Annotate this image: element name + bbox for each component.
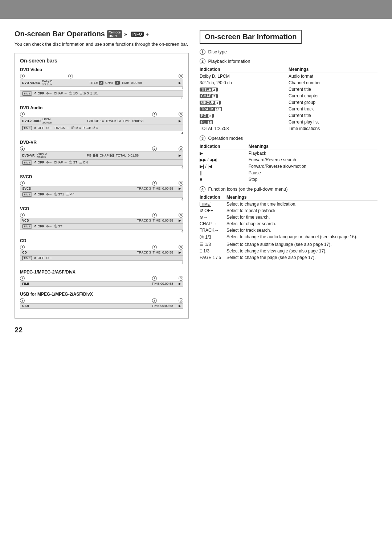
indication-channel: 3/2.1ch, 2/0.0 ch: [200, 80, 289, 86]
playback-col-meanings: Meanings: [289, 66, 377, 73]
dvd-vr-label: DVD-VR: [20, 140, 183, 145]
right-column: On-screen Bar Information 1 Disc type 2 …: [200, 30, 377, 334]
table-row: GROUP 1 Current group: [200, 99, 377, 106]
dvd-audio-top-bar: DVD-AUDIO LPCM2/0.0ch GROUP 14 TRACK 23 …: [20, 117, 183, 125]
func-tracksearch-icon: TRACK→: [200, 227, 226, 234]
table-row: ▶| / |◀ Forward/Reverse slow-motion: [200, 163, 377, 170]
table-row: TRACK→ Select for track search.: [200, 227, 377, 234]
cd-bottom-bar: TIME ↺ OFF ⊙→: [20, 255, 183, 261]
func-timesearch-icon: ⊙→: [200, 214, 226, 220]
indication-group: GROUP 1: [200, 99, 289, 106]
dvd-video-bottom-bar: TIME ↺ OFF ⊙→ CHAP → ⓒ 1/3 ☰ 1/ 3 ⌶ 1/1: [20, 90, 183, 97]
function-icons-text: Function icons (on the pull-down menu): [208, 187, 287, 192]
ops-col-meanings: Meanings: [249, 143, 377, 150]
function-icons-header: 4 Function icons (on the pull-down menu): [200, 186, 377, 192]
dvd-video-top-bar: DVD-VIDEO Dolby D3/2.1ch TITLE 2 CHAP 3 …: [20, 79, 183, 87]
playback-info-table: Indication Meanings Dolby D, LPCM Audio …: [200, 66, 377, 132]
intro-text: You can check the disc information and u…: [15, 41, 189, 48]
indication-pg: PG 2: [200, 112, 289, 119]
dvd-vr-top-bar: DVD-VR Dolby D2/0.0ch PG 2 CHAP 3 TOTAL …: [20, 151, 183, 159]
operation-modes-table: Indication Meanings ▶ Playback ▶▶ / ◀◀ F…: [200, 143, 377, 183]
remote-icon: RemoteONLY: [107, 30, 122, 38]
table-row: TRACK 14 Current track: [200, 106, 377, 112]
func-angle-meaning: Select to change the view angle (see als…: [226, 248, 377, 254]
cd-section: CD 1 2 3 CD TRACK 3 TIME 0:00:58 ▶ TIME …: [20, 238, 183, 264]
table-row: PG 2 Current title: [200, 112, 377, 119]
circle-1: 1: [200, 49, 205, 55]
function-icons-section: 4 Function icons (on the pull-down menu)…: [200, 186, 377, 261]
num3: 3: [179, 74, 183, 78]
dvd-vr-num4: 4: [20, 166, 183, 169]
operation-modes-section: 3 Operation modes Indication Meanings ▶ …: [200, 135, 377, 183]
cd-top-bar: CD TRACK 3 TIME 0:00:58 ▶: [20, 250, 183, 255]
right-title: On-screen Bar Information: [200, 30, 302, 44]
ops-stop-meaning: Stop: [249, 176, 377, 183]
mpeg-section: MPEG-1/MPEG-2/ASF/DivX 1 2 3 FILE TIME 0…: [20, 270, 183, 287]
meaning-pl: Current play list: [289, 119, 377, 125]
indication-dolby: Dolby D, LPCM: [200, 73, 289, 80]
meaning-audio-format: Audio format: [289, 73, 377, 80]
indication-track: TRACK 14: [200, 106, 289, 112]
circle-3: 3: [200, 135, 205, 141]
double-arrow-icon: »: [124, 31, 127, 37]
pg-pill: PG 2: [200, 114, 214, 118]
function-icons-table: Indication Meanings TIME Select to chang…: [200, 194, 377, 261]
top-bar: [0, 0, 392, 19]
ops-pause-meaning: Pause: [249, 170, 377, 176]
meaning-channel: Channel number: [289, 80, 377, 86]
dvd-audio-num4: 4: [20, 131, 183, 135]
bars-box-title: On-screen bars: [20, 58, 183, 64]
table-row: ⌶ 1/3 Select to change the view angle (s…: [200, 248, 377, 254]
operation-modes-text: Operation modes: [208, 136, 243, 141]
meaning-total: Time indications: [289, 125, 377, 132]
vcd-section: VCD 1 2 3 VCD TRACK 3 TIME 0:00:58 ▶ TIM…: [20, 206, 183, 233]
table-row: CHAP → Select for chapter search.: [200, 220, 377, 227]
usb-mpeg-section: USB for MPEG-1/MPEG-2/ASF/DivX 1 2 3 USB…: [20, 292, 183, 309]
func-subtitle-meaning: Select to change subtitle language (see …: [226, 241, 377, 248]
table-row: ▶ Playback: [200, 150, 377, 157]
svcd-section: SVCD 1 2 3 SVCD TRACK 3 TIME 0:00:58 ▶ T…: [20, 174, 183, 201]
ops-pause-icon: ‖: [200, 170, 249, 176]
func-repeat-icon: ↺ OFF: [200, 207, 226, 214]
cd-num4: 4: [20, 261, 183, 264]
ops-stop-icon: ■: [200, 176, 249, 183]
dvd-audio-annotations: 1 2 3: [20, 112, 183, 117]
track-pill: TRACK 14: [200, 107, 222, 111]
func-page-icon: PAGE 1 / 5: [200, 254, 226, 261]
func-audio-meaning: Select to change the audio language or c…: [226, 234, 377, 241]
info-badge: INFO: [131, 32, 144, 37]
dvd-audio-bottom-bar: TIME ↺ OFF ⊙→ TRACK → ⓒ 1/ 3 PAGE 1/ 3: [20, 125, 183, 131]
ops-play-meaning: Playback: [249, 150, 377, 157]
table-row: PAGE 1 / 5 Select to change the page (se…: [200, 254, 377, 261]
dvd-audio-label: DVD Audio: [20, 105, 183, 110]
meaning-pg: Current title: [289, 112, 377, 119]
svcd-top-bar: SVCD TRACK 3 TIME 0:00:58 ▶: [20, 186, 183, 191]
ops-col-indication: Indication: [200, 143, 249, 150]
func-chapsearch-meaning: Select for chapter search.: [226, 220, 377, 227]
table-row: CHAP 3 Current chapter: [200, 93, 377, 99]
ops-play-icon: ▶: [200, 150, 249, 157]
table-row: 3/2.1ch, 2/0.0 ch Channel number: [200, 80, 377, 86]
left-title-text: On-screen Bar Operations: [15, 30, 105, 38]
func-col-meanings: Meanings: [226, 194, 377, 201]
cd-label: CD: [20, 238, 183, 243]
num2: 2: [68, 74, 73, 78]
func-chapsearch-icon: CHAP →: [200, 220, 226, 227]
table-row: TITLE 2 Current title: [200, 86, 377, 93]
page-number: 22: [15, 326, 189, 334]
func-tracksearch-meaning: Select for track search.: [226, 227, 377, 234]
table-row: Dolby D, LPCM Audio format: [200, 73, 377, 80]
playback-col-indication: Indication: [200, 66, 289, 73]
pl-pill: PL 2: [200, 120, 213, 124]
disc-type-header: 1 Disc type: [200, 49, 377, 55]
table-row: TOTAL 1:25:58 Time indications: [200, 125, 377, 132]
vcd-label: VCD: [20, 206, 183, 211]
playback-info-header: 2 Playback information: [200, 58, 377, 64]
chap-pill: CHAP 3: [200, 94, 218, 98]
svcd-num4: 4: [20, 198, 183, 201]
operation-modes-header: 3 Operation modes: [200, 135, 377, 141]
indication-title: TITLE 2: [200, 86, 289, 93]
func-audio-icon: ⓒ 1/3: [200, 234, 226, 241]
vcd-top-bar: VCD TRACK 3 TIME 0:00:58 ▶: [20, 218, 183, 223]
dvd-video-annotations: 1 2 3: [20, 74, 183, 78]
